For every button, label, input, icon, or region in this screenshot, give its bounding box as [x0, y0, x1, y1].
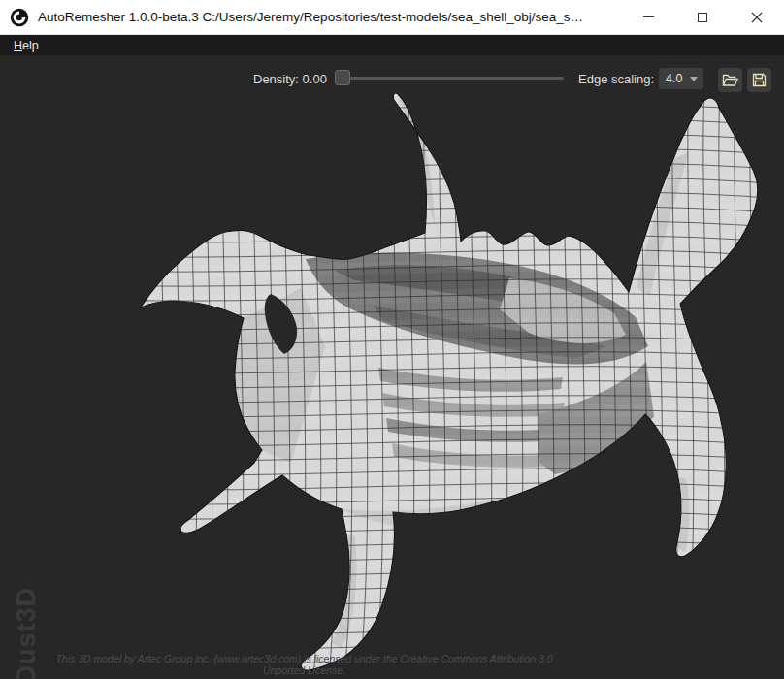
- minimize-button[interactable]: [621, 0, 675, 35]
- license-note: This 3D model by Artec Group inc. (www.a…: [39, 653, 570, 676]
- density-slider-handle[interactable]: [335, 70, 350, 85]
- edge-scaling-value: 4.0: [666, 72, 690, 85]
- density-slider-track[interactable]: [335, 77, 564, 80]
- close-icon: [751, 12, 763, 23]
- save-icon: [752, 73, 767, 87]
- density-value: 0.00: [303, 72, 327, 86]
- density-label: Density: 0.00: [253, 72, 327, 86]
- menu-help[interactable]: Help: [8, 39, 45, 52]
- maximize-button[interactable]: [675, 0, 730, 35]
- density-slider[interactable]: [335, 67, 564, 88]
- titlebar: AutoRemesher 1.0.0-beta.3 C:/Users/Jerem…: [0, 0, 784, 35]
- sea-shell-mesh-canvas[interactable]: [0, 55, 784, 679]
- open-folder-icon: [722, 73, 738, 87]
- edge-scaling-dropdown[interactable]: 4.0: [659, 68, 703, 89]
- app-logo-icon: [10, 8, 29, 27]
- window-title: AutoRemesher 1.0.0-beta.3 C:/Users/Jerem…: [38, 10, 621, 24]
- chevron-down-icon: [690, 77, 698, 81]
- menubar: Help: [0, 35, 784, 55]
- model-viewport[interactable]: Density: 0.00 Edge scaling: 4.0 Dust3D T…: [0, 55, 784, 679]
- open-file-button[interactable]: [718, 68, 742, 92]
- maximize-icon: [698, 13, 707, 22]
- edge-scaling-label: Edge scaling:: [578, 72, 654, 86]
- minimize-icon: [643, 16, 654, 17]
- save-button[interactable]: [747, 68, 771, 92]
- close-button[interactable]: [730, 0, 784, 35]
- dust3d-watermark: Dust3D: [12, 587, 42, 679]
